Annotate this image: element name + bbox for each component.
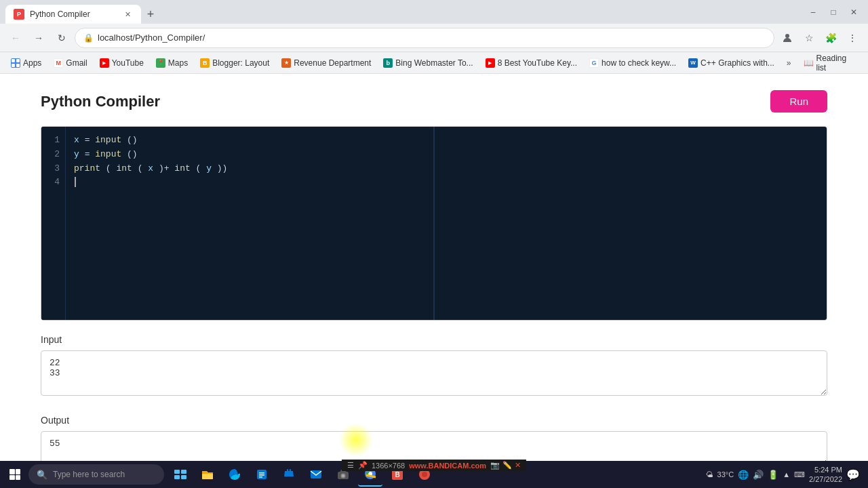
temperature: 33°C bbox=[717, 470, 734, 479]
taskbar-search[interactable]: 🔍 bbox=[28, 464, 164, 485]
profile-button[interactable] bbox=[777, 28, 797, 48]
star-button[interactable]: ☆ bbox=[799, 28, 819, 48]
bandicam-controls: 📷 ✏️ ✕ bbox=[490, 461, 521, 470]
bookmark-apps[interactable]: Apps bbox=[5, 56, 47, 70]
output-pane bbox=[433, 127, 827, 320]
menu-button[interactable]: ⋮ bbox=[842, 28, 863, 48]
store-btn[interactable] bbox=[277, 462, 301, 487]
extensions-button[interactable]: 🧩 bbox=[821, 28, 841, 48]
output-textarea[interactable]: 55 bbox=[41, 431, 827, 461]
bandicam-screenshot-btn[interactable]: 📷 bbox=[490, 461, 500, 470]
bookmark-gmail[interactable]: M Gmail bbox=[48, 56, 92, 70]
active-tab[interactable]: P Python Compiler ✕ bbox=[5, 5, 141, 24]
reading-list-button[interactable]: 📖 Reading list bbox=[798, 52, 863, 75]
notification-btn[interactable]: 💬 bbox=[846, 468, 860, 481]
reading-list-label: Reading list bbox=[816, 54, 857, 73]
svg-rect-3 bbox=[12, 64, 15, 67]
input-section: Input 22 33 bbox=[41, 334, 827, 409]
bookmark-cpp[interactable]: W C++ Graphics with... bbox=[683, 56, 780, 70]
bing-favicon: b bbox=[383, 58, 393, 68]
svg-point-25 bbox=[422, 472, 427, 477]
up-arrow-icon[interactable]: ▲ bbox=[783, 470, 790, 479]
input-textarea[interactable]: 22 33 bbox=[41, 350, 827, 396]
revenue-favicon: ★ bbox=[281, 58, 291, 68]
line-num-3: 3 bbox=[47, 162, 60, 176]
bookmark-revenue[interactable]: ★ Revenue Department bbox=[276, 56, 376, 70]
toolbar: ← → ↻ 🔒 localhost/Python_Compiler/ ☆ 🧩 ⋮ bbox=[0, 24, 868, 52]
run-button[interactable]: Run bbox=[770, 90, 827, 113]
output-section: Output 55 bbox=[41, 415, 827, 461]
refresh-button[interactable]: ↻ bbox=[52, 28, 72, 48]
files-btn[interactable] bbox=[250, 462, 274, 487]
code-line-2: y = input () bbox=[74, 148, 425, 162]
svg-rect-7 bbox=[174, 475, 180, 479]
svg-rect-4 bbox=[16, 64, 20, 67]
svg-rect-9 bbox=[202, 474, 213, 479]
bookmark-cpp-label: C++ Graphics with... bbox=[701, 58, 774, 68]
bookmark-yt8-label: 8 Best YouTube Key... bbox=[498, 58, 577, 68]
mail-btn[interactable] bbox=[304, 462, 328, 487]
close-button[interactable]: ✕ bbox=[845, 3, 863, 21]
bookmark-google-label: how to check keyw... bbox=[601, 58, 676, 68]
bookmark-youtube[interactable]: ▶ YouTube bbox=[94, 56, 149, 70]
bandicam-menu-icon: ☰ bbox=[347, 461, 354, 470]
edge-btn[interactable] bbox=[222, 462, 247, 487]
address-bar[interactable]: 🔒 localhost/Python_Compiler/ bbox=[75, 28, 774, 48]
network-icon[interactable]: 🌐 bbox=[738, 470, 749, 480]
bandicam-resolution: 1366×768 bbox=[372, 462, 405, 470]
toolbar-icons: ☆ 🧩 ⋮ bbox=[777, 28, 863, 48]
youtube-favicon: ▶ bbox=[100, 58, 109, 68]
line-num-1: 1 bbox=[47, 134, 60, 148]
title-bar: P Python Compiler ✕ + – □ ✕ bbox=[0, 0, 868, 24]
bookmark-bing-label: Bing Webmaster To... bbox=[395, 58, 473, 68]
tab-close-button[interactable]: ✕ bbox=[122, 9, 133, 20]
bandicam-close-btn[interactable]: ✕ bbox=[515, 461, 521, 470]
page-content: Python Compiler Run 1 2 3 4 x = input () bbox=[0, 74, 868, 461]
svg-rect-5 bbox=[174, 470, 180, 474]
file-explorer-btn[interactable] bbox=[195, 462, 220, 487]
sys-tray: 🌤 33°C 🌐 🔊 🔋 ▲ ⌨ bbox=[706, 470, 805, 480]
maximize-button[interactable]: □ bbox=[825, 3, 842, 21]
svg-rect-14 bbox=[287, 469, 288, 472]
time-display: 5:24 PM bbox=[814, 465, 842, 474]
lock-icon: 🔒 bbox=[83, 33, 94, 43]
google-favicon: G bbox=[589, 58, 599, 68]
back-button[interactable]: ← bbox=[5, 28, 26, 48]
tab-title: Python Compiler bbox=[30, 9, 90, 19]
code-editor-container: 1 2 3 4 x = input () y = input bbox=[41, 126, 827, 321]
taskbar: ☰ 📌 1366×768 www.BANDICAM.com 📷 ✏️ ✕ 🔍 bbox=[0, 461, 868, 488]
datetime[interactable]: 5:24 PM 2/27/2022 bbox=[809, 465, 842, 485]
svg-text:B: B bbox=[395, 471, 399, 479]
yt8-favicon: ▶ bbox=[486, 58, 495, 68]
blogger-favicon: B bbox=[200, 58, 210, 68]
page-header: Python Compiler Run bbox=[41, 90, 827, 113]
code-area[interactable]: 1 2 3 4 x = input () y = input bbox=[41, 127, 433, 320]
new-tab-button[interactable]: + bbox=[141, 5, 160, 24]
maps-favicon: 📍 bbox=[156, 58, 165, 68]
speaker-icon[interactable]: 🔊 bbox=[753, 470, 764, 480]
minimize-button[interactable]: – bbox=[804, 3, 822, 21]
code-content[interactable]: x = input () y = input () print ( bbox=[66, 127, 433, 320]
bandicam-logo: www.BANDICAM.com bbox=[409, 462, 486, 470]
line-num-2: 2 bbox=[47, 148, 60, 162]
svg-point-0 bbox=[785, 34, 789, 38]
taskbar-search-input[interactable] bbox=[53, 470, 155, 479]
bandicam-draw-btn[interactable]: ✏️ bbox=[502, 461, 512, 470]
input-label: Input bbox=[41, 334, 827, 345]
bookmark-yt8[interactable]: ▶ 8 Best YouTube Key... bbox=[480, 56, 583, 70]
more-bookmarks-button[interactable]: » bbox=[781, 56, 797, 70]
bookmark-blogger[interactable]: B Blogger: Layout bbox=[195, 56, 275, 70]
bookmark-bing[interactable]: b Bing Webmaster To... bbox=[378, 56, 478, 70]
task-view-btn[interactable] bbox=[168, 462, 193, 487]
reading-list-icon: 📖 bbox=[804, 58, 814, 68]
svg-rect-8 bbox=[181, 475, 186, 479]
bookmark-blogger-label: Blogger: Layout bbox=[212, 58, 269, 68]
date-display: 2/27/2022 bbox=[809, 474, 842, 484]
bookmark-apps-label: Apps bbox=[23, 58, 41, 68]
cpp-favicon: W bbox=[688, 58, 698, 68]
bookmark-maps[interactable]: 📍 Maps bbox=[151, 56, 193, 70]
bookmark-google[interactable]: G how to check keyw... bbox=[584, 56, 682, 70]
forward-button[interactable]: → bbox=[28, 28, 49, 48]
svg-rect-15 bbox=[290, 469, 291, 472]
start-button[interactable] bbox=[3, 462, 27, 487]
